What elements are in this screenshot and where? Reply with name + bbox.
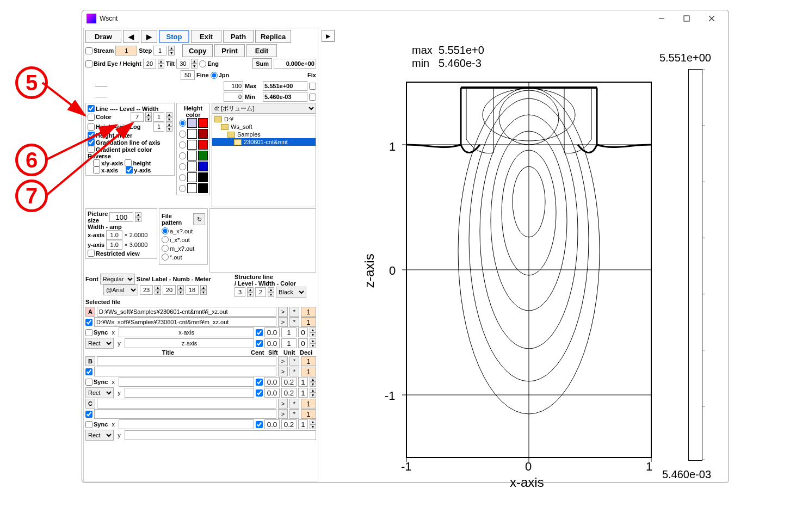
path1-star[interactable]: *: [289, 307, 299, 317]
x-1-b[interactable]: [298, 377, 308, 387]
x-00-b[interactable]: [264, 377, 280, 387]
y-1-a[interactable]: [281, 338, 297, 348]
c1-star[interactable]: *: [289, 399, 299, 409]
font-s3-spin[interactable]: ▲▼: [200, 285, 207, 295]
sync-check-c[interactable]: Sync: [85, 421, 108, 428]
picsize-spin[interactable]: ▲▼: [135, 212, 141, 222]
swatch-white4[interactable]: [187, 162, 197, 171]
b2-check[interactable]: [85, 368, 92, 375]
pat-i-radio[interactable]: i_x*.out: [162, 236, 205, 243]
swatch-black2[interactable]: [198, 183, 208, 193]
x-02-c[interactable]: [281, 419, 297, 429]
swatch-white1[interactable]: [187, 129, 197, 139]
sync-check-b[interactable]: Sync: [85, 379, 108, 386]
path2-check[interactable]: [85, 319, 92, 326]
min-value[interactable]: [263, 92, 307, 102]
xaxis-field-a[interactable]: [119, 327, 254, 337]
edit-button[interactable]: Edit: [246, 44, 277, 57]
lang-eng-radio[interactable]: Eng: [199, 60, 219, 67]
y-ck-b[interactable]: [256, 389, 263, 397]
tree-samples[interactable]: Samples: [212, 131, 316, 138]
swatch-white6[interactable]: [187, 183, 197, 193]
path2-one[interactable]: [301, 317, 316, 327]
x-spin-c[interactable]: ▲▼: [310, 419, 316, 429]
b1-one[interactable]: [301, 356, 316, 366]
b2-gt[interactable]: >: [278, 367, 288, 376]
pic-xv[interactable]: [106, 230, 122, 240]
maximize-button[interactable]: [674, 11, 699, 26]
b1-star[interactable]: *: [289, 356, 299, 366]
font-style-select[interactable]: Regular: [100, 274, 135, 284]
restricted-checkbox[interactable]: Restricted view: [88, 250, 155, 257]
y-00-a[interactable]: [264, 338, 280, 348]
path1-gt[interactable]: >: [278, 307, 288, 317]
draw-button[interactable]: Draw: [85, 30, 121, 43]
swatch-red2[interactable]: [198, 140, 208, 150]
y-1-b[interactable]: [298, 388, 308, 398]
sync-check-a[interactable]: Sync: [85, 329, 108, 336]
c2-gt[interactable]: >: [278, 409, 288, 419]
close-button[interactable]: [699, 11, 724, 26]
rect-select-a[interactable]: Rect: [85, 338, 114, 349]
zaxis-field-a[interactable]: [125, 338, 254, 348]
xaxis-field-b[interactable]: [119, 377, 254, 387]
struct-color-select[interactable]: Black: [276, 287, 306, 298]
path2-gt[interactable]: >: [278, 317, 288, 327]
struct-width[interactable]: [255, 287, 266, 297]
x-1-c[interactable]: [298, 419, 308, 429]
color-level-spin[interactable]: ▲▼: [145, 112, 152, 122]
fifty-value[interactable]: [181, 70, 195, 80]
max-value[interactable]: [263, 81, 307, 91]
tilt-value[interactable]: [176, 59, 189, 69]
file-listbox[interactable]: [209, 208, 316, 273]
stop-button[interactable]: Stop: [159, 30, 189, 43]
swatch-ltblue[interactable]: [187, 118, 197, 128]
x-00-a[interactable]: [264, 327, 280, 337]
fix-max-checkbox[interactable]: [309, 83, 316, 90]
path-b1[interactable]: [97, 356, 276, 366]
rect-select-c[interactable]: Rect: [85, 430, 114, 441]
y-spin-b[interactable]: ▲▼: [310, 388, 316, 398]
stream-value[interactable]: [115, 46, 137, 55]
x-00-c[interactable]: [264, 419, 280, 429]
swatch-white3[interactable]: [187, 151, 197, 160]
exit-button[interactable]: Exit: [191, 30, 221, 43]
x-spin-a[interactable]: ▲▼: [310, 327, 316, 337]
path-1[interactable]: [97, 307, 276, 317]
prev-button[interactable]: ◀: [123, 30, 139, 43]
font-s2[interactable]: [163, 285, 176, 295]
play-button[interactable]: ▶: [322, 30, 335, 42]
x-1-a[interactable]: [281, 327, 297, 337]
minimize-button[interactable]: [649, 11, 674, 26]
yaxis-field-b[interactable]: [125, 388, 254, 398]
swatch-black1[interactable]: [198, 172, 208, 182]
volume-select[interactable]: d: [ボリューム]: [212, 103, 316, 114]
path-c2[interactable]: [94, 409, 276, 419]
tilt-spinner[interactable]: ▲▼: [191, 59, 198, 69]
color-width[interactable]: [153, 112, 164, 122]
yaxis-field-c[interactable]: [125, 430, 316, 440]
selfile-A[interactable]: A: [85, 307, 95, 317]
xaxis-ck-a[interactable]: [256, 329, 263, 336]
picsize-value[interactable]: [109, 212, 133, 222]
x-ck-c[interactable]: [256, 421, 263, 428]
hlog-value[interactable]: [153, 122, 164, 132]
color-radio-0[interactable]: [179, 120, 186, 127]
xaxis-field-c[interactable]: [119, 419, 254, 429]
height-spinner[interactable]: ▲▼: [158, 59, 164, 69]
b1-gt[interactable]: >: [278, 356, 288, 366]
struct-w-spin[interactable]: ▲▼: [268, 287, 274, 297]
path-button[interactable]: Path: [223, 30, 254, 43]
x-spin-b[interactable]: ▲▼: [310, 377, 316, 387]
step-spinner[interactable]: ▲▼: [168, 46, 175, 55]
replica-button[interactable]: Replica: [255, 30, 291, 43]
stream-checkbox[interactable]: Stream: [85, 47, 114, 54]
color-radio-5[interactable]: [179, 174, 186, 181]
color-radio-2[interactable]: [179, 141, 186, 149]
tree-wssoft[interactable]: Ws_soft: [212, 123, 316, 131]
c2-check[interactable]: [85, 411, 92, 418]
b2-star[interactable]: *: [289, 367, 299, 376]
path2-star[interactable]: *: [289, 317, 299, 327]
range-100[interactable]: [224, 81, 243, 91]
pat-o-radio[interactable]: *.out: [162, 253, 205, 261]
